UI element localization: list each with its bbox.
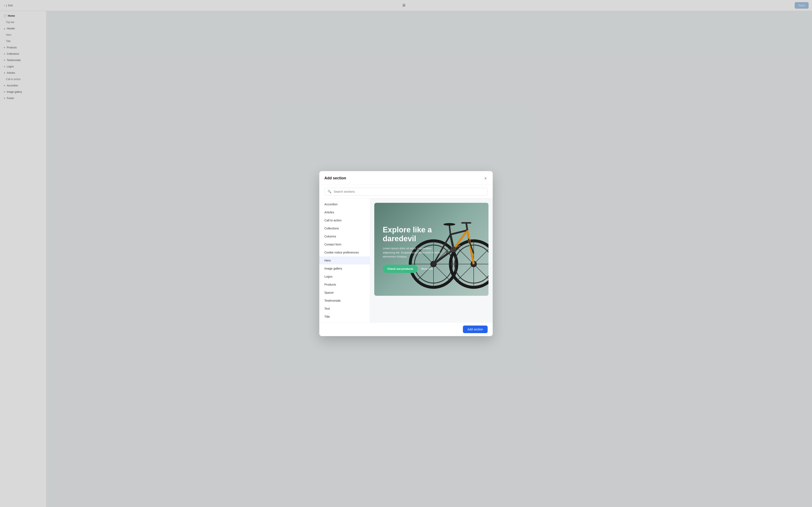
- hero-headline: Explore like a daredevil: [383, 225, 442, 243]
- modal-search-area: 🔍: [319, 185, 493, 199]
- section-item-products[interactable]: Products: [319, 281, 370, 289]
- hero-preview: Explore like a daredevil Lorem ipsum dol…: [374, 203, 489, 296]
- section-item-columns[interactable]: Columns: [319, 232, 370, 240]
- section-item-call-to-action[interactable]: Call to action: [319, 216, 370, 224]
- modal-close-button[interactable]: ×: [484, 175, 488, 181]
- modal-title: Add section: [324, 176, 346, 180]
- svg-line-21: [466, 223, 467, 230]
- section-item-text[interactable]: Text: [319, 304, 370, 313]
- hero-primary-button[interactable]: Check out products: [383, 265, 418, 273]
- svg-rect-29: [457, 245, 461, 246]
- svg-line-19: [467, 230, 474, 264]
- modal-body: Accordion Articles Call to action Collec…: [319, 199, 493, 322]
- search-input-wrapper: 🔍: [324, 188, 488, 195]
- section-item-accordion[interactable]: Accordion: [319, 200, 370, 208]
- search-icon: 🔍: [327, 190, 332, 193]
- section-item-logos[interactable]: Logos: [319, 273, 370, 281]
- section-item-spacer[interactable]: Spacer: [319, 289, 370, 297]
- hero-body-text: Lorem ipsum dolor sit amet, consectetur …: [383, 246, 442, 259]
- add-section-modal: Add section × 🔍 Accordion Articles Call …: [319, 171, 493, 336]
- hero-secondary-button[interactable]: More info: [421, 267, 433, 270]
- section-preview-area: Explore like a daredevil Lorem ipsum dol…: [370, 199, 493, 322]
- section-item-articles[interactable]: Articles: [319, 208, 370, 216]
- search-input[interactable]: [334, 190, 485, 193]
- section-list: Accordion Articles Call to action Collec…: [319, 199, 370, 322]
- hero-content: Explore like a daredevil Lorem ipsum dol…: [374, 215, 450, 283]
- modal-footer: Add section: [319, 322, 493, 336]
- section-item-collections[interactable]: Collections: [319, 224, 370, 232]
- section-item-image-gallery[interactable]: Image gallery: [319, 265, 370, 273]
- section-item-contact-form[interactable]: Contact form: [319, 240, 370, 248]
- add-section-button[interactable]: Add section: [463, 326, 488, 333]
- section-item-hero[interactable]: Hero: [319, 257, 370, 265]
- modal-header: Add section ×: [319, 171, 493, 185]
- section-item-testimonials[interactable]: Testimonials: [319, 297, 370, 304]
- section-item-cookie-notice[interactable]: Cookie notice preferences: [319, 248, 370, 257]
- section-item-title[interactable]: Title: [319, 313, 370, 321]
- hero-buttons: Check out products More info: [383, 265, 442, 273]
- modal-backdrop: Add section × 🔍 Accordion Articles Call …: [0, 0, 812, 507]
